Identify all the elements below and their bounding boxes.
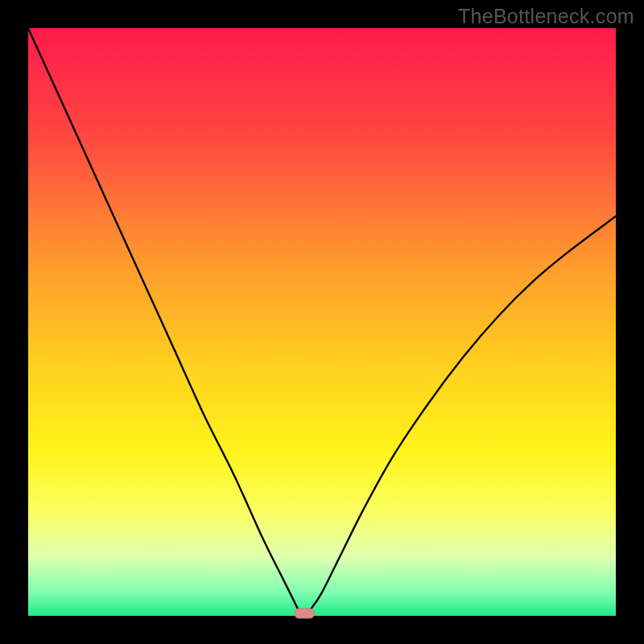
plot-area xyxy=(28,28,616,616)
watermark-text: TheBottleneck.com xyxy=(458,5,634,28)
bottleneck-chart-svg xyxy=(0,0,644,644)
chart-frame: TheBottleneck.com xyxy=(0,0,644,644)
optimum-marker xyxy=(295,609,314,618)
